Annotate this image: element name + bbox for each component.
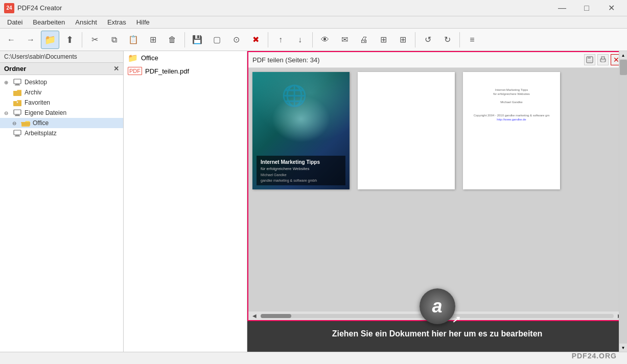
- rotate-left-button[interactable]: ↺: [419, 31, 437, 49]
- text-page-content: Internet Marketing Tipps für erfolgreich…: [474, 87, 550, 122]
- rotate-right-button[interactable]: ↻: [438, 31, 456, 49]
- pdf-text-page: Internet Marketing Tipps für erfolgreich…: [463, 72, 560, 189]
- drop-zone-text: Ziehen Sie ein Dokument hier her um es z…: [332, 329, 543, 338]
- pages-button[interactable]: ⊞: [374, 31, 392, 49]
- tree-expand-office: ⊖: [12, 120, 20, 126]
- main-content: C:\Users\sabin\Documents Ordner ✕ ⊕ Desk…: [0, 51, 627, 352]
- pdf-blank-page: [358, 72, 455, 189]
- folder-panel-close[interactable]: ✕: [113, 65, 119, 72]
- cover-author-1: Michael Gandke: [261, 173, 341, 177]
- menu-bar: Datei Bearbeiten Ansicht Extras Hilfe: [0, 16, 627, 29]
- extract-button[interactable]: ✖: [246, 31, 265, 49]
- tree-label-favoriten: Favoriten: [25, 99, 50, 106]
- paste-button[interactable]: 📋: [124, 31, 143, 49]
- menu-hilfe[interactable]: Hilfe: [131, 17, 155, 27]
- pdf-pages-area: 🌐 Internet Marketing Tipps für erfolgrei…: [248, 68, 626, 311]
- vscroll-up-button[interactable]: ▲: [619, 51, 628, 59]
- computer-icon-arbeitsplatz: [12, 129, 22, 137]
- pdf-save-button[interactable]: [584, 54, 595, 65]
- computer-icon: [12, 78, 22, 86]
- delete-button[interactable]: 🗑: [163, 31, 181, 49]
- vscroll-track[interactable]: [619, 59, 628, 344]
- tree-item-arbeitsplatz[interactable]: Arbeitsplatz: [0, 128, 123, 138]
- file-item-office[interactable]: 📁 Office: [124, 51, 247, 65]
- toolbar-separator-6: [459, 32, 460, 47]
- folder-icon: 📁: [128, 53, 138, 63]
- tree-expand-favoriten: [4, 100, 12, 106]
- grid-button[interactable]: ⊞: [144, 31, 162, 49]
- vscroll-thumb[interactable]: [620, 60, 627, 75]
- file-name-pdf: PDF_teilen.pdf: [145, 67, 189, 75]
- tree-label-archiv: Archiv: [25, 89, 41, 96]
- pdf-title-bar: PDF teilen (Seiten: 34) ✕: [248, 52, 626, 68]
- drop-zone: a ↗ Ziehen Sie ein Dokument hier her um …: [247, 275, 627, 352]
- folder-button[interactable]: 📁: [41, 31, 59, 49]
- right-panel: PDF teilen (Seiten: 34) ✕ 🌐: [247, 51, 627, 352]
- tree-expand-desktop: ⊕: [4, 80, 12, 85]
- back-button[interactable]: ←: [2, 31, 20, 49]
- pdf-icon: PDF: [128, 67, 142, 75]
- toolbar: ← → 📁 ⬆ ✂ ⧉ 📋 ⊞ 🗑 💾 ▢ ⊙ ✖ ↑ ↓ 👁 ✉ 🖨 ⊞ ⊞ …: [0, 29, 627, 51]
- right-vertical-scrollbar: ▲ ▼: [619, 51, 627, 352]
- tree-label-eigene-dateien: Eigene Dateien: [25, 109, 66, 116]
- toolbar-separator-5: [415, 32, 415, 47]
- menu-bearbeiten[interactable]: Bearbeiten: [28, 17, 70, 27]
- svg-rect-7: [14, 130, 21, 135]
- pdf-page-1: 🌐 Internet Marketing Tipps für erfolgrei…: [252, 72, 350, 189]
- folder-header-label: Ordner: [4, 65, 26, 72]
- email-button[interactable]: ✉: [335, 31, 354, 49]
- svg-rect-2: [15, 85, 20, 85]
- menu-ansicht[interactable]: Ansicht: [70, 17, 102, 27]
- save-button[interactable]: 💾: [188, 31, 206, 49]
- svg-rect-0: [14, 79, 21, 84]
- cover-text-box: Internet Marketing Tipps für erfolgreich…: [257, 156, 345, 185]
- text-line-4: Copyright 2004 - 2010 gandke marketing &…: [474, 114, 550, 117]
- svg-rect-1: [15, 84, 19, 85]
- star-folder-icon: [12, 99, 22, 107]
- maximize-button[interactable]: □: [575, 0, 598, 16]
- svg-rect-12: [588, 60, 592, 62]
- svg-rect-9: [15, 136, 20, 136]
- minimize-button[interactable]: —: [550, 0, 574, 16]
- window-controls: — □ ✕: [550, 0, 623, 16]
- tree-item-office[interactable]: ⊖ Office: [0, 118, 123, 128]
- cut-button[interactable]: ✂: [85, 31, 104, 49]
- toolbar-separator-1: [82, 32, 82, 47]
- toolbar-separator-3: [268, 32, 268, 47]
- copy-button[interactable]: ⧉: [105, 31, 123, 49]
- frame-button[interactable]: ▢: [207, 31, 226, 49]
- tree-item-eigene-dateien[interactable]: ⊖ Eigene Dateien: [0, 108, 123, 118]
- toolbar-separator-4: [312, 32, 313, 47]
- folder-icon-archiv: [12, 88, 22, 96]
- svg-rect-15: [601, 60, 605, 62]
- file-item-pdf[interactable]: PDF PDF_teilen.pdf: [124, 65, 247, 77]
- preview-button[interactable]: 👁: [316, 31, 334, 49]
- split-button[interactable]: ⊞: [393, 31, 412, 49]
- drop-icon: a ↗: [420, 288, 455, 324]
- forward-button[interactable]: →: [21, 31, 40, 49]
- up-button[interactable]: ⬆: [60, 31, 79, 49]
- pdf-print-button[interactable]: [597, 54, 609, 65]
- merge-button[interactable]: ⊙: [227, 31, 245, 49]
- text-line-1: Internet Marketing Tipps: [474, 88, 550, 91]
- move-down-button[interactable]: ↓: [291, 31, 309, 49]
- svg-rect-5: [15, 114, 19, 115]
- vscroll-down-button[interactable]: ▼: [619, 344, 628, 352]
- file-list-panel: 📁 Office PDF PDF_teilen.pdf: [124, 51, 247, 352]
- cover-subtitle: für erfolgreichere Websites: [261, 166, 341, 171]
- close-button[interactable]: ✕: [599, 0, 623, 16]
- menu-extras[interactable]: Extras: [102, 17, 131, 27]
- tree-item-archiv[interactable]: Archiv: [0, 87, 123, 98]
- pdf-page-3: Internet Marketing Tipps für erfolgreich…: [463, 72, 560, 189]
- settings-button[interactable]: ≡: [463, 31, 481, 49]
- move-up-button[interactable]: ↑: [271, 31, 290, 49]
- svg-rect-11: [588, 57, 591, 59]
- menu-datei[interactable]: Datei: [2, 17, 28, 27]
- tree-item-favoriten[interactable]: Favoriten: [0, 98, 123, 108]
- status-bar: [0, 352, 627, 364]
- svg-rect-8: [15, 135, 19, 136]
- folder-header: Ordner ✕: [0, 63, 123, 75]
- tree-item-desktop[interactable]: ⊕ Desktop: [0, 77, 123, 87]
- print-button[interactable]: 🖨: [355, 31, 373, 49]
- tree-label-arbeitsplatz: Arbeitsplatz: [25, 130, 57, 137]
